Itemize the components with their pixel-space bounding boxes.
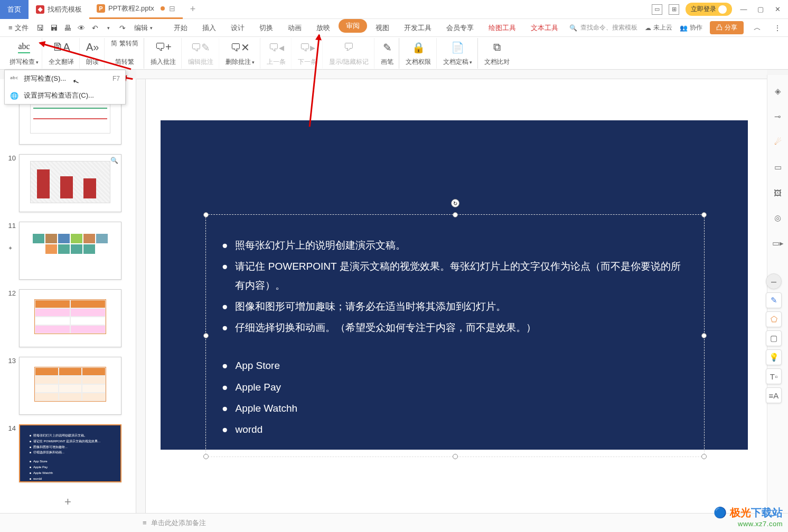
- maximize-button[interactable]: ▢: [755, 4, 766, 15]
- text-box-selected[interactable]: ↻ ●照每张幻灯片上的说明创建演示文稿。 ●请记住 POWERPOINT 是演示…: [205, 214, 705, 457]
- rs-image-icon[interactable]: 🖾: [772, 187, 784, 198]
- doc-final-button[interactable]: 📄 文档定稿▾: [438, 38, 478, 69]
- rs-play-icon[interactable]: ▭▸: [772, 238, 784, 249]
- file-menu[interactable]: ≡文件: [4, 23, 33, 33]
- resize-handle-tl[interactable]: [203, 212, 209, 217]
- tab-design[interactable]: 设计: [224, 19, 251, 37]
- print-preview-icon[interactable]: 👁: [75, 22, 88, 34]
- tab-review[interactable]: 审阅: [339, 19, 367, 33]
- float-collapse-button[interactable]: –: [766, 273, 782, 289]
- spellcheck-dropdown-icon[interactable]: ▾: [36, 60, 39, 65]
- resize-handle-tr[interactable]: [701, 212, 707, 217]
- tab-texttools[interactable]: 文本工具: [524, 19, 565, 37]
- tab-template-search[interactable]: ◆ 找稻壳模板: [29, 0, 89, 19]
- slide-thumb-11[interactable]: 11 ✦: [0, 220, 136, 282]
- bullet-icon: ●: [222, 420, 228, 439]
- share-button[interactable]: 凸 分享: [710, 21, 744, 34]
- cloud-status[interactable]: ☁ 未上云: [645, 23, 672, 32]
- slide-thumb-13[interactable]: 13: [0, 355, 136, 417]
- collapse-ribbon-icon[interactable]: ︿: [751, 22, 764, 34]
- layout-icon[interactable]: ▭: [652, 4, 662, 15]
- tab-drawtools[interactable]: 绘图工具: [482, 19, 522, 37]
- delete-comment-button[interactable]: 🗨✕ 删除批注▾: [220, 38, 260, 69]
- slide-thumbnail[interactable]: 🔍: [19, 154, 121, 212]
- tab-view[interactable]: 视图: [369, 19, 396, 37]
- login-button[interactable]: 立即登录: [686, 3, 732, 16]
- tab-vip[interactable]: 会员专享: [440, 19, 480, 37]
- float-outline-button[interactable]: ▢: [766, 330, 782, 346]
- slide-thumbnail[interactable]: [19, 222, 121, 280]
- print-icon[interactable]: 🖶: [61, 22, 74, 34]
- doc-final-dropdown-icon[interactable]: ▾: [470, 60, 472, 65]
- tab-begin[interactable]: 开始: [167, 19, 194, 37]
- resize-handle-tc[interactable]: [453, 212, 458, 217]
- rotate-handle-icon[interactable]: ↻: [451, 199, 459, 207]
- float-effect-button[interactable]: 💡: [766, 349, 782, 365]
- slide-thumb-14[interactable]: 14 照每张幻灯片上的说明创建演示文稿。 请记住 POWERPOINT 是演示文…: [0, 422, 136, 484]
- notes-placeholder[interactable]: 单击此处添加备注: [151, 518, 206, 528]
- spellcheck-abc-icon: abc: [18, 42, 30, 53]
- slide-thumbnail[interactable]: [19, 357, 121, 415]
- dropdown-set-language-item[interactable]: 🌐 设置拼写检查语言(C)...: [5, 87, 125, 104]
- collab-label: 协作: [690, 23, 702, 32]
- tab-file-label: PPT教程2.pptx: [108, 4, 154, 13]
- close-tab-icon[interactable]: ⊟: [169, 4, 175, 13]
- zoom-icon[interactable]: 🔍: [110, 157, 119, 165]
- text-content[interactable]: ●照每张幻灯片上的说明创建演示文稿。 ●请记住 POWERPOINT 是演示文稿…: [206, 215, 704, 462]
- doc-permission-button[interactable]: 🔒 文档权限: [400, 38, 437, 69]
- delete-comment-dropdown-icon[interactable]: ▾: [252, 60, 255, 65]
- resize-handle-br[interactable]: [701, 454, 707, 459]
- rs-target-icon[interactable]: ◎: [772, 212, 784, 224]
- insert-comment-label: 插入批注: [151, 58, 176, 66]
- tab-insert[interactable]: 插入: [196, 19, 222, 37]
- slide-thumbnail-panel[interactable]: 9 10 🔍 11 ✦ 12 13: [0, 79, 136, 513]
- float-fill-button[interactable]: ⬠: [766, 311, 782, 327]
- tab-current-file[interactable]: P PPT教程2.pptx ⊟: [89, 0, 183, 19]
- add-tab-button[interactable]: +: [183, 4, 203, 15]
- search-command-box[interactable]: 🔍 查找命令、搜索模板: [569, 23, 637, 32]
- slide-canvas-area[interactable]: ↻ ●照每张幻灯片上的说明创建演示文稿。 ●请记住 POWERPOINT 是演示…: [146, 79, 788, 513]
- tab-slideshow[interactable]: 放映: [310, 19, 336, 37]
- close-window-button[interactable]: ✕: [772, 4, 783, 15]
- slide-thumb-10[interactable]: 10 🔍: [0, 152, 136, 214]
- tab-devtools[interactable]: 开发工具: [398, 19, 438, 37]
- undo-icon[interactable]: ↶: [89, 22, 101, 34]
- float-pen-button[interactable]: ✎: [766, 292, 782, 308]
- tab-transition[interactable]: 切换: [253, 19, 279, 37]
- slide-canvas[interactable]: ↻ ●照每张幻灯片上的说明创建演示文稿。 ●请记住 POWERPOINT 是演示…: [161, 120, 748, 450]
- minimize-button[interactable]: —: [738, 4, 749, 15]
- resize-handle-mr[interactable]: [701, 333, 707, 338]
- collab-button[interactable]: 👥 协作: [680, 23, 702, 32]
- rs-diamond-icon[interactable]: ◈: [772, 86, 784, 97]
- notes-bar[interactable]: ≡ 单击此处添加备注: [0, 513, 788, 532]
- dropdown-spellcheck-item[interactable]: ᵃᵇᶜ 拼写检查(S)... F7: [5, 70, 125, 87]
- tab-home[interactable]: 首页: [0, 0, 29, 19]
- save-icon[interactable]: 🖫: [34, 22, 46, 34]
- horizontal-ruler[interactable]: [136, 70, 767, 79]
- rs-settings-icon[interactable]: ⊸: [772, 111, 784, 122]
- resize-handle-bl[interactable]: [203, 454, 209, 459]
- undo-dropdown-icon[interactable]: ▾: [102, 22, 115, 34]
- rs-layout-icon[interactable]: ▭: [772, 162, 784, 173]
- save-as-icon[interactable]: 🖬: [48, 22, 60, 34]
- rs-star-icon[interactable]: ☄: [772, 136, 784, 148]
- add-slide-button[interactable]: +: [0, 490, 136, 513]
- resize-handle-ml[interactable]: [203, 333, 209, 338]
- apps-grid-icon[interactable]: ⊞: [669, 4, 679, 15]
- slide-thumb-12[interactable]: 12: [0, 287, 136, 349]
- doc-compare-button[interactable]: ⧉ 文档比对: [479, 38, 515, 69]
- more-menu-icon[interactable]: ⋮: [771, 22, 784, 34]
- redo-icon[interactable]: ↷: [116, 22, 129, 34]
- read-aloud-button[interactable]: A» 朗读: [81, 38, 105, 69]
- vertical-ruler[interactable]: [136, 79, 146, 513]
- edit-menu[interactable]: 编辑 ▾: [130, 23, 157, 33]
- insert-comment-button[interactable]: 🗨+ 插入批注: [145, 38, 182, 69]
- float-text-button[interactable]: T▫: [766, 368, 782, 384]
- pen-button[interactable]: ✎ 画笔: [376, 38, 399, 69]
- tab-animation[interactable]: 动画: [282, 19, 308, 37]
- menu-bar: ≡文件 🖫 🖬 🖶 👁 ↶ ▾ ↷ 编辑 ▾ 开始 插入 设计 切换 动画 放映…: [0, 19, 788, 37]
- slide-thumbnail-active[interactable]: 照每张幻灯片上的说明创建演示文稿。 请记住 POWERPOINT 是演示文稿的视…: [19, 424, 121, 482]
- resize-handle-bc[interactable]: [453, 454, 458, 459]
- float-align-button[interactable]: ≡A: [766, 387, 782, 403]
- slide-thumbnail[interactable]: [19, 289, 121, 347]
